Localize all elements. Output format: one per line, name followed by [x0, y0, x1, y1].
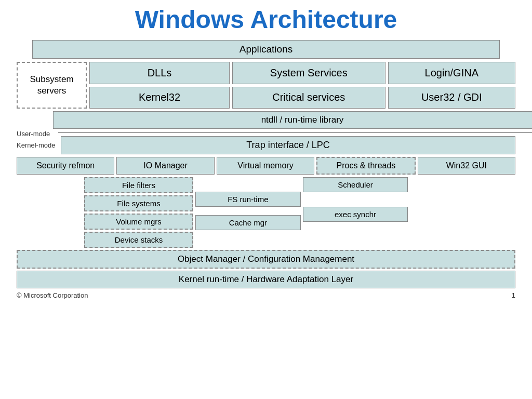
kernel-runtime-box: Kernel run-time / Hardware Adaptation La…: [17, 271, 515, 288]
security-refmon-box: Security refmon: [17, 157, 114, 175]
dlls-box: DLLs: [89, 62, 230, 84]
file-systems-box: File systems: [84, 195, 193, 211]
user-mode-label: User-mode: [17, 130, 50, 138]
fs-runtime-box: FS run-time: [195, 192, 301, 207]
file-filters-box: File filters: [84, 177, 193, 193]
volume-mgrs-box: Volume mgrs: [84, 214, 193, 230]
page-number: 1: [512, 291, 515, 299]
copyright-text: © Microsoft Corporation: [17, 291, 88, 299]
ntdll-box: ntdll / run-time library: [53, 111, 532, 129]
system-services-box: System Services: [232, 62, 385, 84]
kernel-mode-label: Kernel-mode: [17, 141, 58, 149]
critical-services-box: Critical services: [232, 87, 385, 109]
cache-mgr-box: Cache mgr: [195, 215, 301, 230]
win32-gui-box: Win32 GUI: [418, 157, 515, 175]
scheduler-box: Scheduler: [303, 177, 408, 192]
device-stacks-box: Device stacks: [84, 232, 193, 248]
login-gina-box: Login/GINA: [388, 62, 515, 84]
procs-threads-box: Procs & threads: [316, 157, 415, 175]
applications-box: Applications: [32, 40, 500, 59]
trap-interface-box: Trap interface / LPC: [61, 136, 515, 154]
user32-gdi-box: User32 / GDI: [388, 87, 515, 109]
subsystem-servers-box: Subsystem servers: [17, 62, 87, 109]
virtual-memory-box: Virtual memory: [217, 157, 314, 175]
kernel32-box: Kernel32: [89, 87, 230, 109]
object-manager-box: Object Manager / Configuration Managemen…: [17, 250, 515, 269]
io-manager-box: IO Manager: [116, 157, 214, 175]
exec-synchr-box: exec synchr: [303, 207, 408, 222]
page-title: Windows Architecture: [135, 5, 397, 34]
